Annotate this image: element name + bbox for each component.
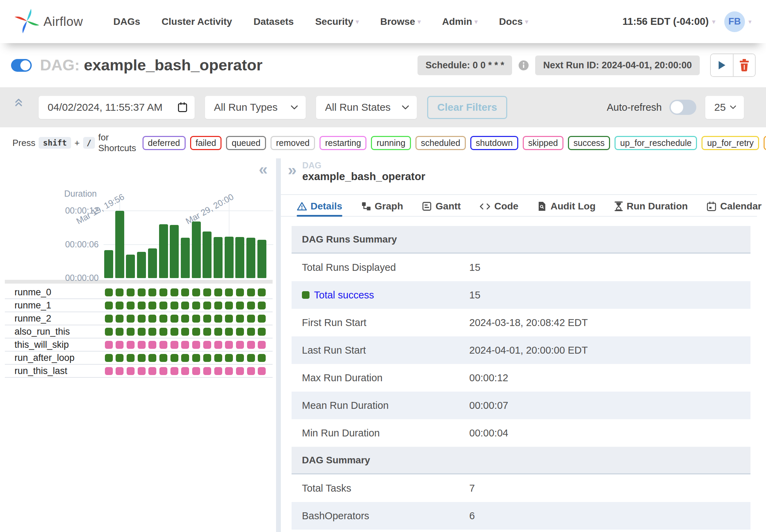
task-instance-square[interactable] — [138, 328, 146, 336]
task-name[interactable]: run_after_loop — [14, 352, 75, 364]
task-instance-square[interactable] — [127, 367, 135, 375]
auto-refresh-toggle[interactable] — [669, 100, 696, 115]
task-instance-square[interactable] — [159, 302, 167, 309]
task-instance-square[interactable] — [148, 302, 156, 309]
task-instance-square[interactable] — [214, 354, 222, 362]
task-instance-square[interactable] — [181, 341, 189, 349]
task-instance-square[interactable] — [203, 302, 211, 309]
run-states-select[interactable]: All Run States — [316, 96, 417, 119]
collapse-grid-icon[interactable]: « — [259, 161, 268, 177]
state-badge-restarting[interactable]: restarting — [320, 136, 366, 150]
tab-code[interactable]: Code — [479, 201, 518, 212]
task-instance-square[interactable] — [225, 367, 233, 375]
task-instance-square[interactable] — [203, 341, 211, 349]
trigger-dag-button[interactable] — [711, 54, 733, 76]
task-instance-square[interactable] — [170, 315, 178, 323]
task-instance-square[interactable] — [192, 288, 200, 296]
task-instance-square[interactable] — [181, 354, 189, 362]
duration-bar[interactable] — [170, 225, 179, 278]
task-instance-square[interactable] — [127, 341, 135, 349]
task-name[interactable]: runme_0 — [14, 286, 51, 298]
task-instance-square[interactable] — [214, 288, 222, 296]
task-instance-square[interactable] — [258, 354, 266, 362]
task-instance-square[interactable] — [181, 315, 189, 323]
task-instance-square[interactable] — [127, 315, 135, 323]
task-instance-square[interactable] — [192, 315, 200, 323]
duration-bar[interactable] — [104, 250, 113, 278]
tab-gantt[interactable]: Gantt — [422, 201, 461, 212]
task-instance-square[interactable] — [258, 328, 266, 336]
task-instance-square[interactable] — [159, 315, 167, 323]
task-instance-square[interactable] — [127, 302, 135, 309]
task-instance-square[interactable] — [247, 315, 255, 323]
state-badge-upstream-failed[interactable]: upstream_failed — [764, 136, 766, 150]
task-instance-square[interactable] — [203, 354, 211, 362]
task-instance-square[interactable] — [148, 354, 156, 362]
task-instance-square[interactable] — [148, 315, 156, 323]
duration-bar[interactable] — [235, 237, 244, 278]
nav-item-browse[interactable]: Browse▾ — [380, 16, 421, 27]
task-instance-square[interactable] — [214, 315, 222, 323]
base-date-input[interactable]: 04/02/2024, 11:55:37 AM — [39, 96, 195, 119]
duration-bar[interactable] — [225, 237, 234, 278]
collapse-filters-icon[interactable] — [14, 98, 23, 109]
task-instance-square[interactable] — [236, 288, 244, 296]
task-instance-square[interactable] — [170, 302, 178, 309]
duration-bar[interactable] — [115, 211, 124, 278]
task-instance-square[interactable] — [148, 328, 156, 336]
task-instance-square[interactable] — [236, 341, 244, 349]
task-instance-square[interactable] — [138, 288, 146, 296]
task-instance-square[interactable] — [105, 354, 113, 362]
run-types-select[interactable]: All Run Types — [205, 96, 306, 119]
task-instance-square[interactable] — [203, 288, 211, 296]
task-instance-square[interactable] — [236, 315, 244, 323]
task-instance-square[interactable] — [192, 354, 200, 362]
task-instance-square[interactable] — [225, 315, 233, 323]
task-instance-square[interactable] — [116, 354, 124, 362]
task-instance-square[interactable] — [159, 288, 167, 296]
task-instance-square[interactable] — [203, 315, 211, 323]
task-instance-square[interactable] — [258, 341, 266, 349]
task-instance-square[interactable] — [127, 328, 135, 336]
state-badge-skipped[interactable]: skipped — [523, 136, 563, 150]
task-instance-square[interactable] — [159, 341, 167, 349]
task-instance-square[interactable] — [192, 328, 200, 336]
task-instance-square[interactable] — [138, 315, 146, 323]
nav-item-datasets[interactable]: Datasets — [254, 16, 294, 27]
task-instance-square[interactable] — [170, 288, 178, 296]
dag-pause-toggle[interactable] — [11, 59, 32, 72]
task-instance-square[interactable] — [236, 367, 244, 375]
task-instance-square[interactable] — [214, 302, 222, 309]
task-instance-square[interactable] — [247, 328, 255, 336]
state-badge-shutdown[interactable]: shutdown — [470, 136, 518, 150]
task-instance-square[interactable] — [138, 302, 146, 309]
task-instance-square[interactable] — [105, 302, 113, 309]
page-size-select[interactable]: 25 — [705, 96, 744, 119]
tab-details[interactable]: Details — [297, 201, 342, 212]
task-name[interactable]: runme_2 — [14, 312, 51, 325]
task-instance-square[interactable] — [105, 367, 113, 375]
task-instance-square[interactable] — [105, 288, 113, 296]
task-instance-square[interactable] — [236, 354, 244, 362]
task-instance-square[interactable] — [258, 302, 266, 309]
nav-item-cluster-activity[interactable]: Cluster Activity — [161, 16, 232, 27]
task-instance-square[interactable] — [159, 328, 167, 336]
task-instance-square[interactable] — [105, 315, 113, 323]
task-instance-square[interactable] — [116, 328, 124, 336]
task-name[interactable]: also_run_this — [14, 325, 70, 338]
nav-item-docs[interactable]: Docs▾ — [499, 16, 528, 27]
duration-bar[interactable] — [181, 238, 190, 278]
task-instance-square[interactable] — [225, 354, 233, 362]
state-badge-up-for-retry[interactable]: up_for_retry — [701, 136, 759, 150]
state-badge-success[interactable]: success — [568, 136, 610, 150]
tab-calendar[interactable]: Calendar — [706, 201, 762, 212]
nav-item-admin[interactable]: Admin▾ — [442, 16, 478, 27]
state-badge-scheduled[interactable]: scheduled — [415, 136, 466, 150]
nav-item-security[interactable]: Security▾ — [315, 16, 359, 27]
task-instance-square[interactable] — [116, 341, 124, 349]
task-instance-square[interactable] — [138, 367, 146, 375]
task-instance-square[interactable] — [247, 341, 255, 349]
task-instance-square[interactable] — [247, 302, 255, 309]
duration-bar[interactable] — [159, 224, 168, 278]
state-badge-removed[interactable]: removed — [271, 136, 315, 150]
